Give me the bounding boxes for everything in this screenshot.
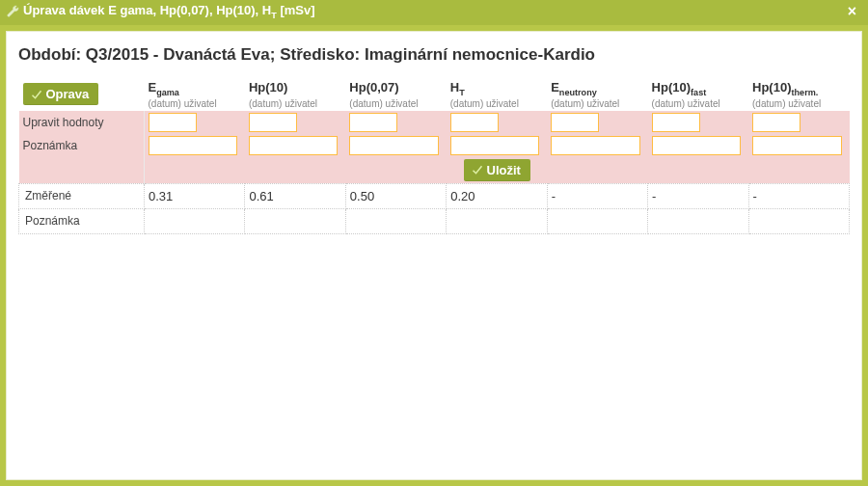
cell-measured-5: - (648, 183, 748, 208)
cell-note-4 (547, 208, 647, 233)
input-upravit-4[interactable] (551, 113, 599, 132)
cell-note-3 (447, 208, 547, 233)
row-upravit: Upravit hodnoty (19, 111, 850, 134)
input-poznamka-6[interactable] (752, 136, 842, 155)
input-poznamka-5[interactable] (652, 136, 742, 155)
cell-measured-4: - (547, 183, 647, 208)
input-upravit-5[interactable] (652, 113, 700, 132)
input-poznamka-2[interactable] (349, 136, 439, 155)
col-hp10therm: Hp(10)therm.(datum) uživatel (748, 78, 849, 111)
wrench-icon (6, 5, 19, 18)
cell-measured-6: - (748, 183, 849, 208)
row-zmerene: Změřené 0.31 0.61 0.50 0.20 - - - (19, 183, 850, 208)
rowlabel-upravit: Upravit hodnoty (19, 111, 145, 134)
cell-measured-3: 0.20 (447, 183, 547, 208)
check-icon (31, 89, 42, 100)
col-hp10: Hp(10)(datum) uživatel (245, 78, 345, 111)
cell-note-6 (748, 208, 849, 233)
col-hp007: Hp(0,07)(datum) uživatel (345, 78, 446, 111)
cell-note-0 (145, 208, 245, 233)
check-icon (472, 164, 483, 176)
input-poznamka-1[interactable] (249, 136, 339, 155)
input-upravit-6[interactable] (752, 113, 800, 132)
header-row: Oprava Egama(datum) uživatel Hp(10)(datu… (19, 78, 850, 111)
cell-measured-2: 0.50 (345, 183, 446, 208)
input-poznamka-3[interactable] (450, 136, 540, 155)
rowlabel-zmerene: Změřené (19, 183, 145, 208)
input-upravit-2[interactable] (349, 113, 397, 132)
input-poznamka-4[interactable] (551, 136, 640, 155)
col-hp10fast: Hp(10)fast(datum) uživatel (648, 78, 748, 111)
row-poznamka-edit: Poznámka (19, 134, 850, 157)
titlebar: Úprava dávek E gama, Hp(0,07), Hp(10), H… (0, 0, 868, 25)
col-egama: Egama(datum) uživatel (145, 78, 245, 111)
dose-grid: Oprava Egama(datum) uživatel Hp(10)(datu… (18, 78, 850, 234)
input-upravit-0[interactable] (149, 113, 197, 132)
ulozit-button[interactable]: Uložit (464, 159, 530, 181)
rowlabel-poznamka2: Poznámka (19, 208, 145, 233)
cell-measured-0: 0.31 (145, 183, 245, 208)
cell-note-1 (245, 208, 345, 233)
col-eneutrony: Eneutrony(datum) uživatel (547, 78, 647, 111)
cell-note-5 (648, 208, 748, 233)
cell-measured-1: 0.61 (245, 183, 345, 208)
row-save: Uložit (19, 157, 850, 184)
close-icon[interactable]: × (844, 5, 860, 18)
page-title: Období: Q3/2015 - Dvanáctá Eva; Středisk… (18, 41, 850, 78)
input-upravit-3[interactable] (450, 113, 499, 132)
rowlabel-poznamka1: Poznámka (19, 134, 145, 157)
dialog-body: Období: Q3/2015 - Dvanáctá Eva; Středisk… (6, 31, 862, 480)
row-poznamka-display: Poznámka (19, 208, 850, 233)
input-poznamka-0[interactable] (149, 136, 237, 155)
cell-note-2 (345, 208, 446, 233)
input-upravit-1[interactable] (249, 113, 297, 132)
oprava-button[interactable]: Oprava (23, 83, 99, 105)
window-title: Úprava dávek E gama, Hp(0,07), Hp(10), H… (23, 3, 315, 20)
col-ht: HT(datum) uživatel (447, 78, 547, 111)
